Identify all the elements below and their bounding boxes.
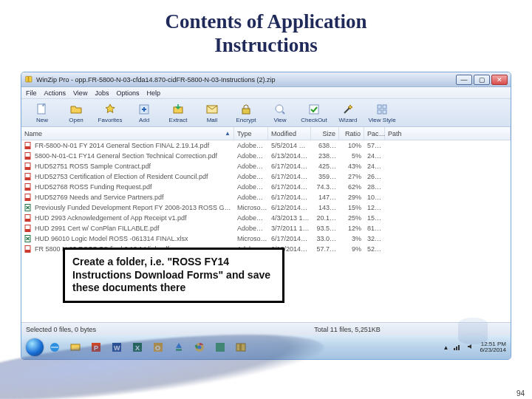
file-name: HUD52753 Certification of Election of Re… — [35, 173, 208, 180]
pdf-icon — [24, 152, 32, 160]
file-size: 238… — [311, 152, 339, 160]
svg-rect-8 — [310, 105, 318, 114]
menu-view[interactable]: View — [73, 89, 87, 97]
col-type[interactable]: Type — [234, 127, 268, 140]
taskbar-ie-icon[interactable] — [45, 339, 64, 355]
file-packed: 12… — [364, 204, 385, 211]
file-size: 93.5… — [311, 225, 339, 232]
file-packed: 81… — [364, 225, 385, 232]
file-ratio: 10% — [339, 142, 364, 149]
file-ratio: 25% — [339, 214, 364, 222]
file-modified: 6/17/2014… — [268, 163, 311, 170]
svg-point-7 — [276, 105, 283, 112]
file-name: HUD 2993 Acknowledgement of App Receipt … — [35, 214, 187, 222]
table-row[interactable]: HUD 2991 Cert w/ ConPlan FILLABLE.pdfAdo… — [21, 223, 511, 233]
file-type: Adobe… — [234, 163, 268, 170]
col-modified[interactable]: Modified — [268, 127, 311, 140]
table-row[interactable]: HUD52751 ROSS Sample Contract.pdfAdobe…6… — [21, 161, 511, 171]
table-row[interactable]: HUD52753 Certification of Election of Re… — [21, 171, 511, 182]
tool-viewstyle[interactable]: View Style — [366, 100, 398, 126]
open-icon — [69, 103, 83, 116]
svg-rect-32 — [25, 250, 30, 252]
file-size: 425… — [311, 163, 339, 170]
titlebar[interactable]: WinZip Pro - opp.FR-5800-N-03-cfda14.870… — [21, 72, 511, 87]
file-size: 359… — [311, 173, 339, 180]
table-row[interactable]: 5800-N-01-C1 FY14 General Section Techni… — [21, 151, 511, 161]
file-modified: 3/7/2011 1… — [268, 225, 311, 232]
sort-asc-icon: ▲ — [225, 130, 231, 137]
svg-rect-11 — [378, 110, 381, 114]
tool-open[interactable]: Open — [60, 100, 92, 126]
col-ratio[interactable]: Ratio — [339, 127, 364, 140]
table-row[interactable]: FR-5800-N-01 FY 2014 General Section FIN… — [21, 140, 511, 151]
file-size: 143… — [311, 204, 339, 211]
tool-encrypt[interactable]: Encrypt — [230, 100, 262, 126]
taskbar-word-icon[interactable]: W — [107, 339, 126, 355]
tool-new[interactable]: New — [26, 100, 58, 126]
minimize-button[interactable]: — — [456, 75, 472, 85]
table-row[interactable]: HUD52769 Needs and Service Partners.pdfA… — [21, 192, 511, 202]
menu-help[interactable]: Help — [146, 89, 160, 97]
file-name: HUD52769 Needs and Service Partners.pdf — [35, 194, 164, 201]
file-modified: 6/13/2014… — [268, 152, 311, 160]
toolbar: New Open Favorites Add Extract Mail Encr… — [21, 99, 511, 127]
taskbar-app2-icon[interactable] — [211, 339, 230, 355]
menu-actions[interactable]: Actions — [44, 89, 66, 97]
tool-wizard[interactable]: Wizard — [332, 100, 364, 126]
taskbar-powerpoint-icon[interactable]: P — [86, 339, 106, 355]
col-size[interactable]: Size — [311, 127, 339, 140]
svg-text:O: O — [155, 344, 160, 352]
col-path[interactable]: Path — [385, 127, 511, 140]
tool-add[interactable]: Add — [128, 100, 160, 126]
taskbar-app1-icon[interactable] — [169, 339, 188, 355]
svg-rect-1 — [27, 76, 29, 82]
taskbar-outlook-icon[interactable]: O — [149, 339, 168, 355]
taskbar-excel-icon[interactable]: X — [128, 339, 147, 355]
app-icon — [24, 75, 33, 84]
col-packed[interactable]: Pac… — [364, 127, 385, 140]
svg-text:W: W — [114, 344, 120, 352]
table-row[interactable]: HUD 96010 Logic Model ROSS -061314 FINAL… — [21, 233, 511, 244]
tool-extract[interactable]: Extract — [162, 100, 194, 126]
file-type: Adobe… — [234, 152, 268, 160]
pdf-icon — [24, 245, 32, 253]
callout-text: Create a folder, i.e. "ROSS FY14 Instruc… — [72, 256, 270, 293]
svg-rect-22 — [25, 188, 30, 190]
file-packed: 52… — [364, 245, 385, 253]
file-type: Microso… — [234, 204, 268, 211]
file-ratio: 15% — [339, 204, 364, 211]
title-line1: Contents of Application — [165, 10, 366, 33]
tool-checkout[interactable]: CheckOut — [298, 100, 330, 126]
table-row[interactable]: HUD 2993 Acknowledgement of App Receipt … — [21, 213, 511, 223]
file-packed: 57… — [364, 142, 385, 149]
winzip-window: WinZip Pro - opp.FR-5800-N-03-cfda14.870… — [21, 72, 511, 360]
file-modified: 4/3/2013 1… — [268, 214, 311, 222]
file-packed: 32… — [364, 235, 385, 242]
tray-up-icon[interactable]: ▲ — [443, 344, 449, 351]
tool-mail[interactable]: Mail — [196, 100, 228, 126]
svg-point-53 — [458, 332, 488, 344]
start-orb[interactable] — [26, 338, 44, 356]
instruction-callout: Create a folder, i.e. "ROSS FY14 Instruc… — [63, 248, 284, 303]
svg-rect-27 — [25, 219, 30, 221]
svg-text:X: X — [135, 344, 140, 352]
table-row[interactable]: Previously Funded Development Report FY … — [21, 202, 511, 213]
menu-jobs[interactable]: Jobs — [95, 89, 109, 97]
col-name[interactable]: Name▲ — [21, 127, 234, 140]
wizard-icon — [341, 103, 355, 116]
svg-text:P: P — [94, 344, 98, 352]
maximize-button[interactable]: ▢ — [474, 75, 490, 85]
table-row[interactable]: HUD52768 ROSS Funding Request.pdfAdobe…6… — [21, 182, 511, 192]
file-ratio: 27% — [339, 173, 364, 180]
tool-view[interactable]: View — [264, 100, 296, 126]
file-name: Previously Funded Development Report FY … — [35, 204, 231, 211]
tool-favorites[interactable]: Favorites — [94, 100, 126, 126]
menu-file[interactable]: File — [26, 89, 37, 97]
menu-options[interactable]: Options — [116, 89, 139, 97]
taskbar-explorer-icon[interactable] — [66, 339, 85, 355]
taskbar-winzip-icon[interactable] — [231, 339, 250, 355]
file-type: Microso… — [234, 235, 268, 242]
taskbar-chrome-icon[interactable] — [190, 339, 209, 355]
close-button[interactable]: ✕ — [491, 75, 508, 85]
file-type: Adobe… — [234, 183, 268, 191]
